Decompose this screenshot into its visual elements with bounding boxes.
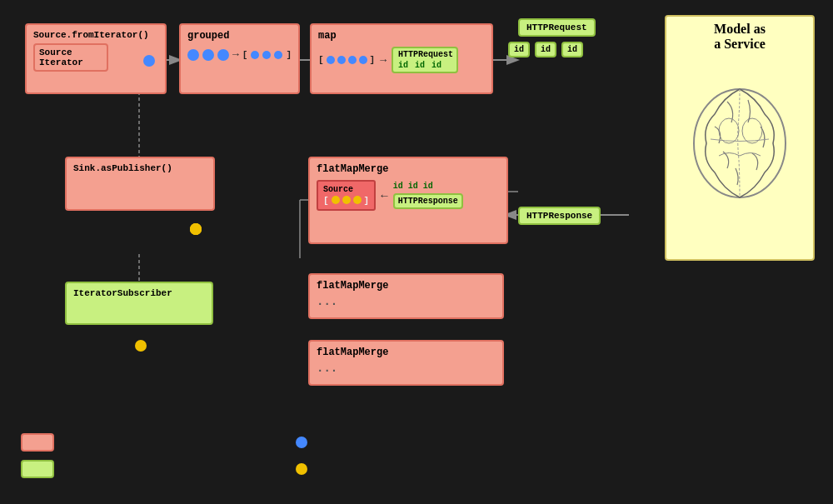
- yellow-dot-inner-1: [332, 196, 340, 204]
- grouped-content: → [ ]: [187, 48, 292, 61]
- source-from-iterator-box: Source.fromIterator() SourceIterator: [25, 23, 167, 94]
- flat-id-3: id: [423, 182, 433, 191]
- model-service-box: Model asa Service: [665, 15, 815, 261]
- sink-publisher-box: Sink.asPublisher(): [65, 157, 215, 211]
- bracket-close-inner: ]: [364, 196, 370, 206]
- yellow-dot-single: [135, 340, 147, 352]
- flat-map-merge-1-box: flatMapMerge Source [ ] ← id id: [308, 157, 508, 244]
- flat-map-merge-3-title: flatMapMerge: [317, 347, 496, 358]
- flat-id-1: id: [393, 182, 403, 191]
- legend-green-box: [21, 460, 54, 478]
- http-response-badge: HTTPResponse: [518, 207, 601, 225]
- id-badge-2: id: [535, 42, 556, 57]
- flat-id-2: id: [408, 182, 418, 191]
- http-request-inner-box: HTTPRequest id id id: [392, 47, 458, 73]
- brain-illustration: [677, 60, 802, 227]
- flat-map-merge-1-content: Source [ ] ← id id id HTTPResponse: [317, 180, 500, 211]
- dot6: [274, 51, 282, 59]
- iterator-subscriber-box: IteratorSubscriber: [65, 282, 213, 325]
- legend-salmon-box: [21, 433, 54, 452]
- id-labels-map: id id id: [398, 61, 451, 70]
- map-box: map [ ] → HTTPRequest id id id: [310, 23, 493, 94]
- id-response-group: id id id HTTPResponse: [393, 182, 463, 209]
- flat-map-merge-2-box: flatMapMerge ...: [308, 273, 504, 319]
- dot4: [251, 51, 259, 59]
- arrow-symbol: →: [232, 48, 239, 61]
- legend-blue-dot: [296, 437, 307, 448]
- http-response-inner: HTTPResponse: [393, 193, 463, 209]
- map-dot4: [359, 56, 367, 64]
- grouped-title: grouped: [187, 30, 292, 42]
- flat-map-merge-3-dots: ...: [317, 362, 496, 375]
- dot5: [262, 51, 271, 59]
- id1: id: [398, 61, 408, 70]
- id-badge-1: id: [508, 42, 530, 57]
- svg-point-13: [742, 118, 762, 143]
- id2: id: [415, 61, 425, 70]
- model-service-title: Model asa Service: [673, 22, 806, 52]
- yellow-dot-inner-3: [353, 196, 362, 204]
- map-content: [ ] → HTTPRequest id id id: [318, 47, 485, 73]
- map-bracket-close: ]: [370, 55, 376, 65]
- yellow-dot-inner-2: [342, 196, 351, 204]
- source-inner-dots: [ ]: [323, 196, 369, 206]
- bracket-close: ]: [286, 50, 292, 60]
- flat-map-merge-2-dots: ...: [317, 295, 496, 308]
- map-bracket-open: [: [318, 55, 324, 65]
- flat-map-merge-3-box: flatMapMerge ...: [308, 340, 504, 386]
- id-labels-flat: id id id: [393, 182, 463, 191]
- id3: id: [431, 61, 441, 70]
- map-dot2: [337, 56, 346, 64]
- source-iterator-inner: SourceIterator: [33, 43, 108, 72]
- yellow-dot-3: [190, 223, 202, 235]
- grouped-box: grouped → [ ]: [179, 23, 300, 94]
- dot3: [217, 49, 229, 61]
- http-request-badge: HTTPRequest: [518, 18, 596, 37]
- map-dot3: [348, 56, 357, 64]
- sink-publisher-title: Sink.asPublisher(): [73, 163, 207, 173]
- diagram-container: Source.fromIterator() SourceIterator gro…: [0, 0, 833, 504]
- flat-map-merge-1-title: flatMapMerge: [317, 163, 500, 175]
- source-inner-box: Source [ ]: [317, 180, 376, 211]
- iterator-subscriber-title: IteratorSubscriber: [73, 288, 205, 298]
- left-arrow: ←: [381, 189, 387, 202]
- svg-point-12: [719, 118, 739, 143]
- map-dot1: [327, 56, 335, 64]
- blue-dot-source: [143, 55, 155, 67]
- map-title: map: [318, 30, 485, 42]
- map-arrow: →: [380, 54, 387, 67]
- legend-yellow-dot: [296, 463, 307, 475]
- dot1: [187, 49, 199, 61]
- id-badge-3: id: [561, 42, 583, 57]
- bracket-group: [: [242, 50, 248, 60]
- source-iterator-title: Source.fromIterator(): [33, 30, 158, 40]
- flat-map-merge-2-title: flatMapMerge: [317, 280, 496, 292]
- bracket-open-inner: [: [323, 196, 329, 206]
- id-badges-top: id id id: [508, 42, 583, 57]
- dot2: [202, 49, 214, 61]
